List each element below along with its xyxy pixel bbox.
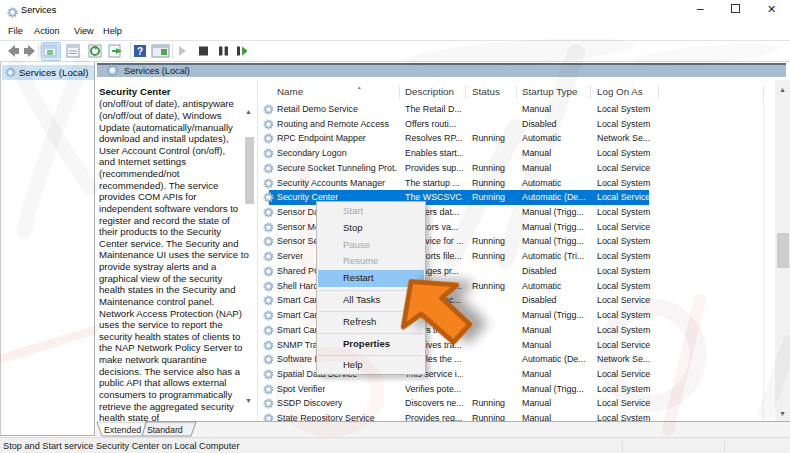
svg-text:?: ? <box>137 46 143 57</box>
